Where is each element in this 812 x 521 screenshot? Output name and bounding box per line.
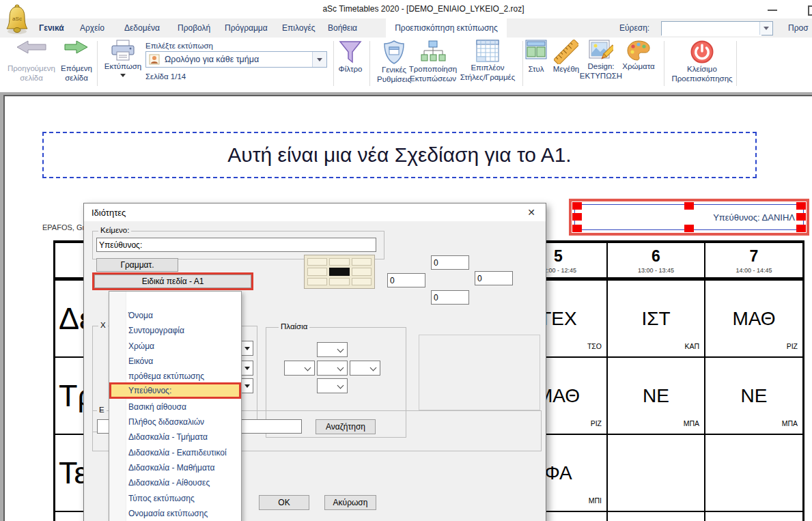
teacher-label: ΡΙΖ bbox=[787, 342, 798, 350]
minimize-icon[interactable] bbox=[768, 10, 777, 11]
align-cell-selected[interactable] bbox=[329, 268, 349, 275]
close-icon[interactable]: ✕ bbox=[522, 206, 540, 220]
title-bar[interactable]: aSc Timetables 2020 - [DEMO_ENIAIO_LYKEI… bbox=[0, 0, 812, 18]
lesson-cell[interactable]: ΝΕΜΠΑ bbox=[608, 358, 705, 434]
margin-top-input[interactable] bbox=[431, 255, 469, 270]
style-button[interactable]: Στυλ bbox=[523, 40, 549, 74]
palette-icon bbox=[626, 40, 651, 61]
filter-button[interactable]: Φίλτρο bbox=[335, 40, 366, 74]
menu-item-name[interactable]: Όνομα bbox=[109, 308, 241, 323]
extra-cols-rows-button[interactable]: Επιπλέον Στήλες/Γραμμές bbox=[456, 40, 519, 82]
find-input[interactable] bbox=[661, 21, 773, 36]
menu-programma[interactable]: Πρόγραμμα bbox=[225, 18, 268, 38]
modify-prints-button[interactable]: Τροποποίηση Εκτυπώσεων bbox=[404, 40, 462, 83]
lesson-cell[interactable]: ΝΕΜΠΑ bbox=[705, 358, 802, 434]
menu-item-lessons-subjects[interactable]: Διδασκαλία - Μαθήματα bbox=[109, 460, 241, 475]
selected-design-element[interactable]: Υπεύθυνος: ΔΑΝΙΗΛ bbox=[569, 199, 809, 236]
menu-item-print-prefix[interactable]: πρόθεμα εκτύπωσης bbox=[109, 369, 241, 384]
margin-right-input[interactable] bbox=[475, 271, 513, 285]
selection-handle[interactable] bbox=[572, 225, 582, 232]
align-cell[interactable] bbox=[307, 258, 327, 266]
right-groupbox bbox=[419, 335, 540, 410]
menu-item-home-room[interactable]: Βασική αίθουσα bbox=[109, 399, 241, 414]
menu-item-lessons-classes[interactable]: Διδασκαλία - Τμήματα bbox=[109, 430, 241, 445]
margin-bottom-input[interactable] bbox=[431, 290, 469, 305]
prev-page-button[interactable]: Προηγούμενη σελίδα bbox=[5, 40, 58, 83]
menu-item-lesson-count[interactable]: Πλήθος διδασκαλιών bbox=[109, 414, 241, 430]
close-preview-button[interactable]: Κλείσιμο Προεπισκόπησης bbox=[673, 40, 731, 83]
next-page-button[interactable]: Επόμενη σελίδα bbox=[57, 40, 96, 83]
lesson-cell[interactable] bbox=[705, 435, 802, 511]
cancel-button[interactable]: Ακύρωση bbox=[324, 495, 376, 510]
align-cell[interactable] bbox=[329, 258, 349, 266]
selection-handle[interactable] bbox=[572, 202, 582, 210]
special-fields-button[interactable]: Ειδικά πεδία - Α1 bbox=[94, 274, 251, 288]
text-group-label: Κείμενο: bbox=[98, 226, 131, 234]
teacher-label: ΜΠΙ bbox=[589, 496, 602, 505]
align-cell[interactable] bbox=[307, 278, 327, 285]
ribbon-divider bbox=[736, 41, 737, 86]
design-heading-element[interactable]: Αυτή είναι μια νέα Σχεδίαση για το Α1. bbox=[42, 132, 757, 178]
align-cell[interactable] bbox=[329, 278, 349, 285]
align-cell[interactable] bbox=[352, 268, 372, 275]
print-button[interactable]: Εκτύπωση bbox=[101, 40, 145, 77]
tab-print-preview[interactable]: Προεπισκόπηση εκτύπωσης bbox=[386, 18, 507, 38]
lesson-cell[interactable]: ΙΣΤΚΑΠ bbox=[608, 281, 705, 356]
selection-handle[interactable] bbox=[796, 202, 806, 210]
app-window: aSc Timetables 2020 - [DEMO_ENIAIO_LYKEI… bbox=[0, 0, 812, 521]
font-button[interactable]: Γραμματ. bbox=[96, 258, 178, 272]
alignment-grid[interactable] bbox=[304, 255, 375, 289]
menu-right-truncated[interactable]: Προσ bbox=[788, 18, 809, 38]
page-indicator: Σελίδα 1/14 bbox=[145, 72, 186, 81]
print-select-dropdown-button[interactable] bbox=[312, 52, 326, 67]
menu-item-color[interactable]: Χρώμα bbox=[109, 339, 241, 354]
find-label: Εύρεση: bbox=[619, 18, 649, 38]
ribbon-divider bbox=[333, 41, 334, 86]
frame-left-combobox[interactable] bbox=[284, 361, 315, 376]
dialog-title: Ιδιότητες bbox=[92, 208, 126, 218]
menu-item-abbreviation[interactable]: Συντομογραφία bbox=[109, 323, 241, 338]
menu-archeio[interactable]: Αρχείο bbox=[80, 18, 104, 38]
frame-center-combobox[interactable] bbox=[317, 361, 348, 376]
selection-handle[interactable] bbox=[796, 213, 806, 221]
frame-top-combobox[interactable] bbox=[317, 342, 348, 357]
menu-item-print-type[interactable]: Τύπος εκτύπωσης bbox=[109, 491, 241, 506]
ok-button[interactable]: OK bbox=[259, 495, 309, 510]
menu-provoli[interactable]: Προβολή bbox=[178, 18, 210, 38]
maximize-icon[interactable] bbox=[808, 5, 812, 16]
menu-voitheia[interactable]: Βοήθεια bbox=[328, 18, 357, 38]
find-input-field[interactable] bbox=[662, 22, 761, 36]
dialog-title-bar[interactable]: Ιδιότητες ✕ bbox=[84, 203, 546, 221]
next-page-label2: σελίδα bbox=[65, 73, 88, 83]
style-label: Στυλ bbox=[528, 64, 544, 74]
align-cell[interactable] bbox=[352, 278, 372, 285]
selection-handle[interactable] bbox=[572, 213, 582, 221]
selection-handle[interactable] bbox=[684, 225, 694, 232]
margin-left-input[interactable] bbox=[387, 273, 425, 287]
lesson-cell[interactable]: ΜΑΘΡΙΖ bbox=[705, 281, 802, 356]
text-value-input[interactable] bbox=[96, 238, 376, 252]
colors-button[interactable]: Χρώματα bbox=[618, 40, 659, 71]
sizes-label: Μεγέθη bbox=[553, 64, 579, 74]
align-cell[interactable] bbox=[352, 258, 372, 266]
lesson-cell[interactable] bbox=[608, 435, 705, 511]
selection-handle[interactable] bbox=[684, 202, 694, 210]
print-select-combobox[interactable]: Ωρολόγιο για κάθε τμήμα bbox=[145, 51, 327, 68]
style-panels-icon bbox=[525, 40, 547, 60]
menu-genika[interactable]: Γενικά bbox=[39, 18, 64, 38]
frame-right-combobox[interactable] bbox=[350, 361, 380, 376]
menu-item-supervisor-highlighted[interactable]: Υπεύθυνος: bbox=[109, 382, 241, 399]
app-bell-icon[interactable]: aSc bbox=[5, 3, 29, 35]
search-button[interactable]: Αναζήτηση bbox=[316, 419, 376, 434]
align-cell[interactable] bbox=[307, 268, 327, 275]
find-dropdown-button[interactable] bbox=[759, 22, 772, 35]
menu-item-image[interactable]: Εικόνα bbox=[109, 354, 241, 369]
menu-item-lessons-rooms[interactable]: Διδασκαλία - Αίθουσες bbox=[109, 475, 241, 490]
choose-print-label: Επιλέξτε εκτύπωση bbox=[145, 41, 213, 51]
frame-bottom-combobox[interactable] bbox=[317, 378, 348, 393]
menu-dedomena[interactable]: Δεδομένα bbox=[124, 18, 160, 38]
menu-item-print-name[interactable]: Ονομασία εκτύπωσης bbox=[109, 506, 241, 521]
menu-item-lessons-teachers[interactable]: Διδασκαλία - Εκαπιδευτικοί bbox=[109, 445, 241, 460]
selection-handle[interactable] bbox=[796, 225, 806, 232]
menu-epiloges[interactable]: Επιλογές bbox=[282, 18, 316, 38]
